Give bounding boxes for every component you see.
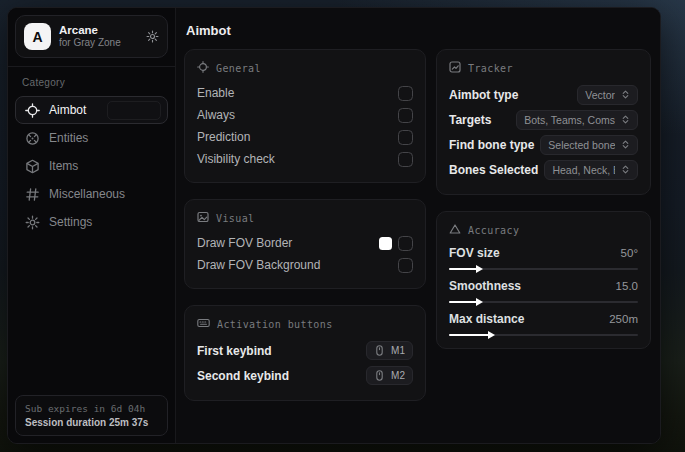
- tracker-card-header: Tracker: [449, 61, 638, 75]
- column-right: Tracker Aimbot type Vector: [436, 49, 651, 349]
- setting-label: Find bone type: [449, 138, 534, 152]
- keybind-value: M1: [391, 345, 405, 356]
- max-distance-slider-group: Max distance 250m: [449, 312, 638, 336]
- max-distance-slider[interactable]: [449, 334, 638, 336]
- crosshair-icon: [25, 103, 40, 118]
- select-value: Bots, Teams, Coms: [524, 114, 615, 126]
- page-title: Aimbot: [176, 8, 660, 49]
- row-controls: [379, 236, 413, 251]
- section-title: Tracker: [468, 63, 513, 74]
- fov-size-slider-group: FOV size 50°: [449, 246, 638, 270]
- crosshair-icon: [197, 61, 209, 75]
- sidebar-item-label: Items: [49, 159, 78, 173]
- visual-rows: Draw FOV Border Draw FOV Background: [197, 232, 413, 276]
- triangle-icon: [449, 223, 461, 237]
- enable-checkbox[interactable]: [398, 86, 413, 101]
- cube-icon: [25, 159, 40, 174]
- slider-label: FOV size: [449, 246, 500, 260]
- app-title: Arcane: [59, 24, 138, 37]
- setting-row-prediction: Prediction: [197, 126, 413, 148]
- always-checkbox[interactable]: [398, 108, 413, 123]
- section-title: Activation buttons: [217, 319, 333, 330]
- first-keybind-button[interactable]: M1: [366, 341, 413, 360]
- sidebar-nav: Aimbot Entities Items: [8, 92, 175, 236]
- sidebar-item-label: Entities: [49, 131, 88, 145]
- find-bone-type-select[interactable]: Selected bone: [540, 135, 638, 155]
- targets-select[interactable]: Bots, Teams, Coms: [516, 110, 638, 130]
- sidebar: A Arcane for Gray Zone Category: [8, 8, 176, 443]
- app-logo-letter: A: [32, 29, 42, 45]
- slider-value: 15.0: [616, 280, 638, 292]
- second-keybind-button[interactable]: M2: [366, 366, 413, 385]
- slider-label: Max distance: [449, 312, 524, 326]
- smoothness-slider[interactable]: [449, 301, 638, 303]
- fov-size-slider[interactable]: [449, 268, 638, 270]
- slider-fill[interactable]: [449, 334, 489, 336]
- draw-fov-background-checkbox[interactable]: [398, 258, 413, 273]
- sub-expires-text: Sub expires in 6d 04h: [25, 403, 158, 414]
- setting-label: Always: [197, 108, 235, 122]
- sidebar-item-aimbot[interactable]: Aimbot: [15, 96, 168, 124]
- sidebar-item-items[interactable]: Items: [15, 152, 168, 180]
- session-duration-text: Session duration 25m 37s: [25, 417, 158, 428]
- tracker-card: Tracker Aimbot type Vector: [436, 49, 651, 195]
- slider-fill[interactable]: [449, 268, 477, 270]
- slider-value: 250m: [609, 313, 638, 325]
- general-rows: Enable Always Prediction Visibility: [197, 82, 413, 170]
- category-label: Category: [8, 67, 175, 92]
- slider-head: Smoothness 15.0: [449, 279, 638, 293]
- gear-icon[interactable]: [146, 30, 159, 43]
- setting-label: Prediction: [197, 130, 250, 144]
- prediction-checkbox[interactable]: [398, 130, 413, 145]
- setting-label: Second keybind: [197, 369, 289, 383]
- gear-icon: [25, 215, 40, 230]
- aimbot-type-select[interactable]: Vector: [577, 85, 638, 105]
- bones-selected-select[interactable]: Head, Neck, Body, Pe..: [544, 160, 638, 180]
- sidebar-header-wrap: A Arcane for Gray Zone: [8, 8, 175, 67]
- image-icon: [197, 211, 209, 225]
- keyboard-icon: [197, 317, 210, 331]
- unfold-arrows-icon: [621, 115, 630, 124]
- main-content: Aimbot General: [176, 8, 660, 443]
- slider-head: FOV size 50°: [449, 246, 638, 260]
- keybind-value: M2: [391, 370, 405, 381]
- section-title: Visual: [216, 213, 255, 224]
- unfold-arrows-icon: [621, 140, 630, 149]
- activation-rows: First keybind M1 Second keybind: [197, 338, 413, 388]
- setting-label: Visibility check: [197, 152, 275, 166]
- setting-row-bones-selected: Bones Selected Head, Neck, Body, Pe..: [449, 157, 638, 182]
- app-window: A Arcane for Gray Zone Category: [7, 7, 661, 444]
- subscription-box: Sub expires in 6d 04h Session duration 2…: [15, 395, 168, 436]
- setting-row-enable: Enable: [197, 82, 413, 104]
- fov-border-color-swatch[interactable]: [379, 237, 392, 250]
- accuracy-card: Accuracy FOV size 50° Smoothness: [436, 211, 651, 349]
- app-logo: A: [24, 23, 51, 50]
- radar-icon: [25, 131, 40, 146]
- sidebar-item-label: Miscellaneous: [49, 187, 125, 201]
- sidebar-item-label: Aimbot: [49, 103, 86, 117]
- columns: General Enable Always Prediction: [176, 49, 660, 401]
- setting-label: Aimbot type: [449, 88, 518, 102]
- app-subtitle: for Gray Zone: [59, 37, 138, 49]
- smoothness-slider-group: Smoothness 15.0: [449, 279, 638, 303]
- sidebar-item-settings[interactable]: Settings: [15, 208, 168, 236]
- draw-fov-border-checkbox[interactable]: [398, 236, 413, 251]
- setting-row-draw-fov-border: Draw FOV Border: [197, 232, 413, 254]
- ghost-badge: [107, 101, 161, 120]
- setting-label: First keybind: [197, 344, 272, 358]
- select-value: Selected bone: [548, 139, 615, 151]
- select-value: Vector: [585, 89, 615, 101]
- visibility-check-checkbox[interactable]: [398, 152, 413, 167]
- sidebar-item-entities[interactable]: Entities: [15, 124, 168, 152]
- mouse-icon: [374, 370, 385, 381]
- slider-value: 50°: [621, 247, 638, 259]
- trend-chart-icon: [449, 61, 461, 75]
- sidebar-item-miscellaneous[interactable]: Miscellaneous: [15, 180, 168, 208]
- section-title: Accuracy: [468, 225, 519, 236]
- mouse-icon: [374, 345, 385, 356]
- setting-row-always: Always: [197, 104, 413, 126]
- slider-fill[interactable]: [449, 301, 477, 303]
- setting-row-find-bone-type: Find bone type Selected bone: [449, 132, 638, 157]
- sidebar-item-label: Settings: [49, 215, 92, 229]
- setting-label: Targets: [449, 113, 491, 127]
